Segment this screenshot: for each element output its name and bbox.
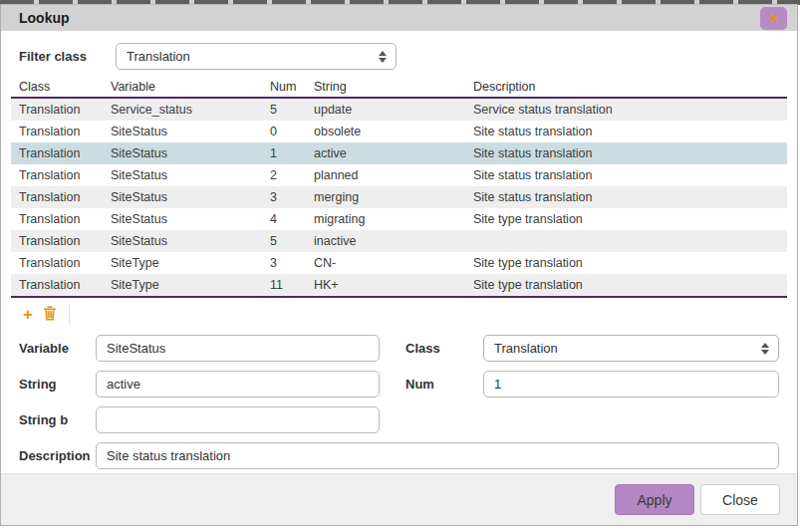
string-b-label: String b (19, 412, 96, 427)
table-cell: active (306, 142, 465, 164)
table-cell: Translation (11, 186, 103, 208)
table-cell: 11 (262, 274, 306, 296)
filter-class-value: Translation (127, 49, 190, 64)
table-body: TranslationService_status5updateService … (11, 99, 787, 298)
table-row[interactable]: TranslationSiteStatus2plannedSite status… (11, 164, 787, 186)
variable-label: Variable (19, 341, 96, 356)
table-cell: SiteStatus (103, 230, 262, 252)
table-cell: Translation (11, 142, 103, 164)
table-cell: SiteStatus (103, 164, 262, 186)
table-cell: 2 (262, 164, 306, 186)
delete-row-button[interactable] (39, 304, 61, 326)
table-cell: 1 (262, 142, 306, 164)
class-label: Class (405, 341, 483, 356)
close-icon: ✕ (768, 11, 779, 26)
table-cell: merging (306, 186, 465, 208)
table-cell: Translation (11, 121, 103, 142)
class-select[interactable]: Translation (483, 335, 779, 362)
table-cell: SiteStatus (103, 186, 262, 208)
table-cell: Site status translation (465, 142, 787, 164)
select-spinner-icon (379, 51, 387, 63)
table-row[interactable]: TranslationSiteStatus5inactive (11, 230, 787, 252)
table-cell: 4 (262, 208, 306, 230)
select-spinner-icon (761, 343, 769, 355)
column-header: Class (11, 78, 103, 97)
table-cell: obsolete (306, 121, 465, 142)
description-label: Description (19, 448, 96, 463)
table-cell: Translation (11, 164, 103, 186)
table-cell: Translation (11, 208, 103, 230)
filter-class-select[interactable]: Translation (116, 43, 397, 70)
num-label: Num (405, 377, 483, 392)
table-cell: SiteStatus (103, 208, 262, 230)
table-cell: Translation (11, 230, 103, 252)
table-row[interactable]: TranslationSiteType3CN-Site type transla… (11, 252, 787, 274)
table-cell: Site type translation (465, 274, 787, 296)
table-cell: Translation (11, 99, 103, 121)
table-cell: update (306, 99, 465, 121)
add-row-button[interactable]: + (17, 304, 39, 326)
table-cell: HK+ (306, 274, 465, 296)
table-cell: Site status translation (465, 121, 787, 142)
table-row[interactable]: TranslationSiteStatus3mergingSite status… (11, 186, 787, 208)
dialog-title: Lookup (19, 10, 70, 26)
table-cell: SiteStatus (103, 121, 262, 142)
plus-icon: + (23, 306, 33, 324)
table-cell: Site status translation (465, 164, 787, 186)
apply-button[interactable]: Apply (615, 484, 694, 515)
description-input[interactable] (96, 442, 779, 469)
filter-class-label: Filter class (19, 49, 116, 64)
num-input[interactable] (483, 371, 779, 398)
table-cell: SiteType (103, 274, 262, 296)
table-cell: Site status translation (465, 186, 787, 208)
table-cell: Service status translation (465, 99, 787, 121)
table-cell (465, 230, 787, 252)
dialog-titlebar: Lookup ✕ (1, 4, 797, 31)
filter-class-row: Filter class Translation (19, 43, 797, 70)
table-cell: inactive (306, 230, 465, 252)
table-cell: 0 (262, 121, 306, 142)
table-cell: 3 (262, 186, 306, 208)
variable-input[interactable] (96, 335, 380, 362)
lookup-dialog: Lookup ✕ Filter class Translation ClassV… (0, 4, 798, 526)
table-row[interactable]: TranslationSiteStatus4migratingSite type… (11, 208, 787, 230)
class-select-value: Translation (494, 341, 558, 356)
table-header: ClassVariableNumStringDescription (11, 78, 787, 99)
table-cell: Service_status (103, 99, 262, 121)
trash-icon (43, 306, 57, 324)
table-cell: Translation (11, 252, 103, 274)
column-header: Variable (103, 78, 262, 97)
table-cell: CN- (306, 252, 465, 274)
lookup-table: ClassVariableNumStringDescription Transl… (11, 78, 787, 298)
table-cell: migrating (306, 208, 465, 230)
table-cell: SiteType (103, 252, 262, 274)
edit-form: Variable Class Translation String Num St… (19, 335, 779, 469)
table-row[interactable]: TranslationSiteStatus1activeSite status … (11, 142, 787, 164)
dialog-footer: Apply Close (1, 473, 797, 525)
table-row[interactable]: TranslationService_status5updateService … (11, 99, 787, 121)
table-cell: 5 (262, 230, 306, 252)
close-button[interactable]: Close (700, 484, 780, 515)
table-cell: 3 (262, 252, 306, 274)
table-toolbar: + (17, 303, 797, 327)
column-header: String (306, 78, 465, 97)
string-input[interactable] (96, 371, 380, 398)
dialog-close-button[interactable]: ✕ (760, 7, 787, 30)
table-cell: planned (306, 164, 465, 186)
toolbar-divider (69, 305, 70, 325)
column-header: Num (262, 78, 306, 97)
table-cell: SiteStatus (103, 142, 262, 164)
table-cell: Translation (11, 274, 103, 296)
table-cell: 5 (262, 99, 306, 121)
table-cell: Site type translation (465, 252, 787, 274)
string-b-input[interactable] (96, 406, 380, 433)
string-label: String (19, 377, 96, 392)
table-row[interactable]: TranslationSiteStatus0obsoleteSite statu… (11, 121, 787, 142)
column-header: Description (465, 78, 787, 97)
table-row[interactable]: TranslationSiteType11HK+Site type transl… (11, 274, 787, 296)
table-cell: Site type translation (465, 208, 787, 230)
